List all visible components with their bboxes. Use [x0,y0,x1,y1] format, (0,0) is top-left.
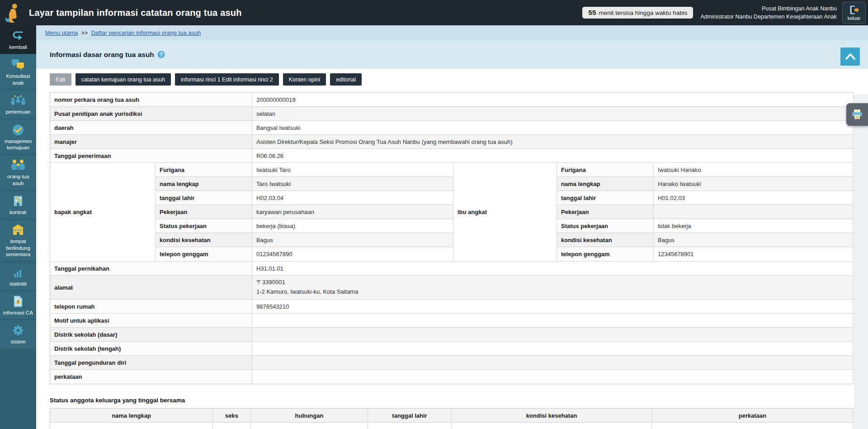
return-arrow-icon [1,29,35,43]
table-row: - [50,423,853,429]
table-row: nomor perkara orang tua asuh 20000000001… [50,93,853,107]
field-label: tanggal lahir [557,191,654,205]
sidebar-item-tempat-berlindung-sementara[interactable]: tempat berlindung sementara [0,219,36,262]
table-row: alamat 〒3390001 1-2 Kamuro, Iwatsuki-ku,… [50,276,853,300]
sidebar-item-orang-tua-asuh[interactable]: orang tua asuh [0,155,36,191]
field-label: telepon genggam [557,247,654,261]
sidebar-item-manajemen-kemajuan[interactable]: manajemen kemajuan [0,119,36,155]
sidebar-item-konsultasi-anak[interactable]: Konsultasi anak [0,54,36,90]
table-row: Tanggal pernikahan H31.01.01 [50,262,853,276]
logout-label: keluar [848,15,861,21]
sidebar-item-label: statistik [9,281,27,286]
detail-info-button[interactable]: informasi rinci 1 Edit informasi rinci 2 [175,73,279,86]
field-label: Pekerjaan [156,205,252,219]
edit-button[interactable]: Edit [50,73,71,86]
father-section-label: bapak angkat [50,163,156,261]
title-bar: Informasi dasar orang tua asuh ? [36,40,868,69]
app-header: Layar tampilan informasi catatan orang t… [0,0,868,25]
main-content: Menu utama >> Daftar pencarian informasi… [36,25,868,429]
user-org-info: Pusat Bimbingan Anak Nanbu Administrator… [700,5,837,21]
table-row: tanggal lahir H01.02.03 [557,191,853,205]
table-row: telepon rumah 9876543210 [50,300,853,314]
field-value: Iwatsuki Hanako [654,163,853,176]
exit-door-icon [849,5,859,15]
row-value [252,328,853,341]
sidebar-item-pertemuan[interactable]: pertemuan [0,90,36,119]
column-header: tanggal lahir [368,409,452,422]
field-value [654,205,853,219]
row-label: Pusat penitipan anak yurisdiksi [50,107,252,120]
field-value: 01234567890 [252,247,453,261]
timer-label: menit tersisa hingga waktu habis [599,10,688,16]
table-row: Furigana Iwatsuki Hanako [557,163,853,177]
chevron-up-icon [844,52,856,61]
field-value: Bagus [654,233,853,247]
table-row: telepon genggam 12345678901 [557,247,853,261]
father-details: Furigana Iwatsuki Taro nama lengkap Taro… [156,163,453,261]
row-value: H31.01.01 [252,262,853,275]
row-value: R06.06.26 [252,149,853,162]
row-label: Tanggal penerimaan [50,149,252,162]
table-header-row: nama lengkap seks hubungan tanggal lahir… [50,409,853,423]
family-members-table: nama lengkap seks hubungan tanggal lahir… [50,408,854,429]
table-row: Pekerjaan [557,205,853,219]
field-value: Iwatsuki Taro [252,163,453,176]
breadcrumb-separator: >> [81,29,88,36]
print-button[interactable] [846,103,868,126]
sidebar-item-informasi-ca[interactable]: informasi CA [0,291,36,320]
field-value: Hanako Iwatsuki [654,177,853,191]
cell-seks [213,423,251,429]
timer-minutes: 55 [588,9,596,17]
sidebar-item-kembali[interactable]: kembali [0,25,36,54]
table-row: tanggal lahir H02.03.04 [156,191,453,205]
row-label: perkataan [50,370,252,384]
opinion-content-button[interactable]: Konten opini [283,73,326,86]
breadcrumb-link-current[interactable]: Daftar pencarian informasi orang tua asu… [91,29,201,36]
family-icon [1,158,35,172]
editorial-button[interactable]: editorial [330,73,362,86]
sidebar-item-label: orang tua asuh [7,174,29,186]
row-label: Distrik sekolah (tengah) [50,342,252,355]
sidebar-item-sistem[interactable]: sistem [0,320,36,349]
column-header: seks [213,409,251,422]
row-label: alamat [50,276,252,299]
sidebar-item-kontrak[interactable]: kontrak [0,191,36,219]
field-label: Furigana [156,163,252,176]
field-value: karyawan perusahaan [252,205,453,219]
table-row: nama lengkap Hanako Iwatsuki [557,177,853,191]
field-label: Status pekerjaan [557,219,654,233]
basic-info-table: nomor perkara orang tua asuh 20000000001… [50,92,854,384]
meeting-people-icon [1,93,35,108]
column-header: perkataan [652,409,853,422]
breadcrumb-link-menu-utama[interactable]: Menu utama [45,29,78,36]
field-value: tidak bekerja [654,219,853,233]
cell-tanggal-lahir [368,423,452,429]
row-value [252,370,853,384]
field-value: Taro Iwatsuki [252,177,453,191]
row-label: manajer [50,135,252,148]
cell-nama-lengkap [50,423,213,429]
row-value [252,356,853,369]
sidebar-item-label: sistem [10,339,25,344]
bar-chart-icon [1,265,35,280]
table-row: Pekerjaan karyawan perusahaan [156,205,453,219]
sidebar-item-statistik[interactable]: statistik [0,262,36,291]
field-label: nama lengkap [156,177,252,191]
row-value [252,342,853,355]
sidebar-empty-area [0,349,36,429]
field-label: nama lengkap [557,177,654,191]
field-value: bekerja (biasa) [252,219,453,233]
help-icon[interactable]: ? [157,51,165,58]
building-icon [1,194,35,208]
table-row: kondisi kesehatan Bagus [156,233,453,247]
table-row: Pusat penitipan anak yurisdiksi selatan [50,107,853,121]
table-row: Status pekerjaan tidak bekerja [557,219,853,233]
collapse-panel-button[interactable] [840,48,860,66]
progress-notes-button[interactable]: catatan kemajuan orang tua asuh [75,73,171,86]
row-label: Distrik sekolah (dasar) [50,328,252,341]
field-value: H02.03.04 [252,191,453,205]
logout-button[interactable]: keluar [842,2,866,24]
table-row: Furigana Iwatsuki Taro [156,163,453,177]
cell-hubungan: - [251,423,368,429]
mother-section-label: ibu angkat [453,163,557,261]
